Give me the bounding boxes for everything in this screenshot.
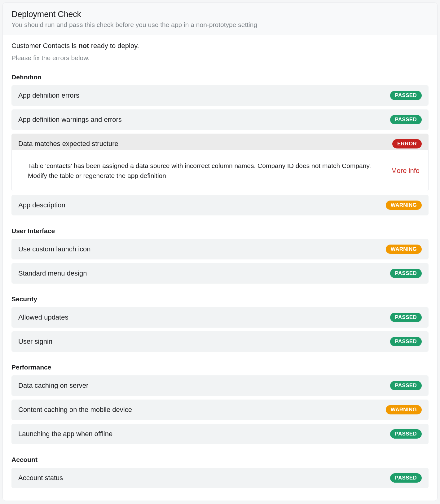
section-title-ui: User Interface: [11, 227, 429, 235]
check-label: Data caching on server: [18, 382, 88, 390]
check-label: App description: [18, 201, 65, 209]
check-row-app-definition-warnings[interactable]: App definition warnings and errors PASSE…: [11, 109, 429, 130]
status-badge-passed: PASSED: [390, 313, 422, 322]
status-badge-passed: PASSED: [390, 473, 422, 483]
status-badge-warning: WARNING: [386, 405, 422, 414]
check-row-custom-launch-icon[interactable]: Use custom launch icon WARNING: [11, 239, 429, 259]
check-label: Data matches expected structure: [18, 140, 118, 148]
page-subtitle: You should run and pass this check befor…: [11, 21, 429, 29]
error-detail-text: Table 'contacts' has been assigned a dat…: [28, 161, 379, 180]
check-row-user-signin[interactable]: User signin PASSED: [11, 331, 429, 352]
check-row-data-caching[interactable]: Data caching on server PASSED: [11, 375, 429, 396]
error-detail-panel: Table 'contacts' has been assigned a dat…: [11, 150, 429, 191]
card-header: Deployment Check You should run and pass…: [3, 3, 437, 35]
check-row-app-description[interactable]: App description WARNING: [11, 195, 429, 215]
check-row-content-caching[interactable]: Content caching on the mobile device WAR…: [11, 400, 429, 420]
page-title: Deployment Check: [11, 10, 429, 19]
check-row-allowed-updates[interactable]: Allowed updates PASSED: [11, 307, 429, 328]
check-row-account-status[interactable]: Account status PASSED: [11, 468, 429, 488]
deploy-status-line: Customer Contacts is not ready to deploy…: [11, 42, 429, 50]
status-badge-warning: WARNING: [386, 201, 422, 210]
section-title-definition: Definition: [11, 73, 429, 81]
check-label: App definition warnings and errors: [18, 116, 122, 124]
check-row-launch-offline[interactable]: Launching the app when offline PASSED: [11, 424, 429, 444]
status-badge-passed: PASSED: [390, 429, 422, 439]
deployment-check-card: Deployment Check You should run and pass…: [2, 2, 438, 501]
status-suffix: ready to deploy.: [89, 42, 139, 50]
check-label: Launching the app when offline: [18, 430, 112, 438]
check-label: User signin: [18, 338, 52, 346]
status-badge-passed: PASSED: [390, 115, 422, 124]
status-badge-passed: PASSED: [390, 337, 422, 346]
check-row-app-definition-errors[interactable]: App definition errors PASSED: [11, 85, 429, 106]
status-emphasis: not: [78, 42, 89, 50]
more-info-link[interactable]: More info: [391, 167, 420, 175]
check-label: Allowed updates: [18, 313, 68, 321]
section-title-account: Account: [11, 456, 429, 463]
check-label: Content caching on the mobile device: [18, 406, 132, 414]
check-label: Use custom launch icon: [18, 245, 91, 253]
section-title-security: Security: [11, 295, 429, 303]
deploy-status-sub: Please fix the errors below.: [11, 54, 429, 62]
status-badge-warning: WARNING: [386, 245, 422, 254]
status-badge-passed: PASSED: [390, 91, 422, 100]
check-row-standard-menu[interactable]: Standard menu design PASSED: [11, 263, 429, 284]
status-badge-error: ERROR: [392, 139, 422, 148]
section-title-performance: Performance: [11, 364, 429, 371]
status-prefix: Customer Contacts is: [11, 42, 78, 50]
check-label: Standard menu design: [18, 269, 87, 277]
check-label: App definition errors: [18, 91, 79, 99]
status-badge-passed: PASSED: [390, 269, 422, 278]
card-body: Customer Contacts is not ready to deploy…: [3, 35, 437, 501]
check-label: Account status: [18, 474, 63, 482]
status-badge-passed: PASSED: [390, 381, 422, 390]
